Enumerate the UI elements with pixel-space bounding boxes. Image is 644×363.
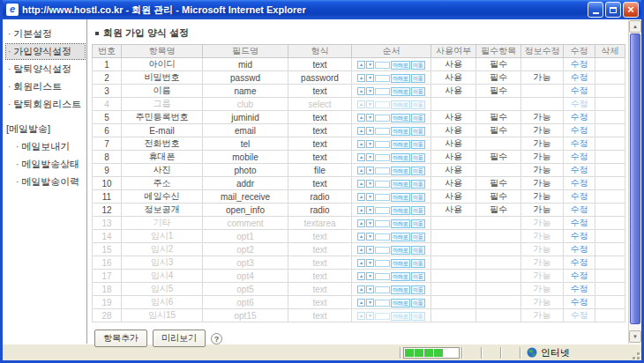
order-down-icon[interactable]: ▼ [366, 285, 374, 293]
order-move-button-2[interactable]: 이동 [411, 100, 425, 109]
order-move-button-1[interactable]: 아래로 [391, 233, 410, 241]
order-down-icon[interactable]: ▼ [366, 87, 374, 95]
edit-link[interactable]: 수정 [571, 85, 588, 95]
order-up-icon[interactable]: ▲ [357, 167, 365, 174]
order-input[interactable] [375, 260, 390, 267]
edit-link[interactable]: 수정 [571, 165, 588, 174]
edit-link[interactable]: 수정 [571, 99, 588, 108]
order-up-icon[interactable]: ▲ [357, 127, 365, 135]
order-down-icon[interactable]: ▼ [366, 219, 374, 227]
order-input[interactable] [375, 128, 390, 135]
sidebar-item-mail-send-status[interactable]: ·메일발송상태 [14, 157, 85, 172]
minimize-button[interactable] [588, 2, 603, 18]
edit-link[interactable]: 수정 [571, 138, 588, 148]
order-input[interactable] [375, 300, 390, 307]
order-up-icon[interactable]: ▲ [357, 272, 365, 280]
order-input[interactable] [375, 313, 390, 320]
order-input[interactable] [375, 167, 390, 174]
order-move-button-1[interactable]: 아래로 [391, 61, 410, 70]
order-input[interactable] [375, 62, 390, 69]
order-up-icon[interactable]: ▲ [357, 312, 365, 320]
order-move-button-1[interactable]: 아래로 [391, 285, 410, 294]
order-move-button-2[interactable]: 이동 [411, 285, 425, 294]
order-move-button-1[interactable]: 아래로 [391, 219, 410, 228]
order-move-button-1[interactable]: 아래로 [391, 299, 410, 307]
order-move-button-1[interactable]: 아래로 [391, 180, 410, 189]
order-move-button-2[interactable]: 이동 [411, 167, 425, 175]
edit-link[interactable]: 수정 [571, 72, 588, 82]
order-down-icon[interactable]: ▼ [366, 193, 374, 201]
edit-link[interactable]: 수정 [571, 152, 588, 161]
order-move-button-2[interactable]: 이동 [411, 180, 425, 189]
order-move-button-1[interactable]: 아래로 [391, 140, 410, 149]
edit-link[interactable]: 수정 [571, 204, 588, 214]
edit-link[interactable]: 수정 [571, 284, 588, 293]
order-up-icon[interactable]: ▲ [357, 140, 365, 148]
scroll-up-icon[interactable]: ▲ [629, 20, 641, 33]
order-move-button-2[interactable]: 이동 [411, 299, 425, 307]
order-move-button-2[interactable]: 이동 [411, 127, 425, 136]
sidebar-item-join-form-settings[interactable]: ·가입양식설정 [6, 44, 85, 59]
edit-link[interactable]: 수정 [571, 257, 588, 267]
order-move-button-2[interactable]: 이동 [411, 153, 425, 162]
order-up-icon[interactable]: ▲ [357, 100, 365, 108]
order-move-button-1[interactable]: 아래로 [391, 193, 410, 202]
order-down-icon[interactable]: ▼ [366, 180, 374, 188]
order-move-button-2[interactable]: 이동 [411, 140, 425, 149]
order-input[interactable] [375, 273, 390, 280]
order-up-icon[interactable]: ▲ [357, 285, 365, 293]
scrollbar-thumb[interactable] [630, 33, 640, 324]
order-move-button-1[interactable]: 아래로 [391, 153, 410, 162]
order-up-icon[interactable]: ▲ [357, 153, 365, 161]
order-move-button-1[interactable]: 아래로 [391, 114, 410, 122]
order-down-icon[interactable]: ▼ [366, 114, 374, 122]
order-down-icon[interactable]: ▼ [366, 100, 374, 108]
order-input[interactable] [375, 154, 390, 161]
order-move-button-2[interactable]: 이동 [411, 87, 425, 96]
edit-link[interactable]: 수정 [571, 218, 588, 227]
order-move-button-2[interactable]: 이동 [411, 259, 425, 268]
preview-button[interactable]: 미리보기 [153, 330, 206, 347]
resize-grip[interactable] [629, 344, 641, 361]
order-up-icon[interactable]: ▲ [357, 61, 365, 69]
order-up-icon[interactable]: ▲ [357, 233, 365, 241]
sidebar-item-withdrawn-member-list[interactable]: ·탈퇴회원리스트 [6, 97, 85, 112]
vertical-scrollbar[interactable]: ▲ ▼ [628, 19, 641, 344]
edit-link[interactable]: 수정 [571, 270, 588, 280]
order-down-icon[interactable]: ▼ [366, 127, 374, 135]
order-move-button-2[interactable]: 이동 [411, 61, 425, 70]
order-input[interactable] [375, 115, 390, 122]
order-down-icon[interactable]: ▼ [366, 61, 374, 69]
order-down-icon[interactable]: ▼ [366, 272, 374, 280]
order-move-button-2[interactable]: 이동 [411, 74, 425, 83]
order-up-icon[interactable]: ▲ [357, 193, 365, 201]
order-down-icon[interactable]: ▼ [366, 167, 374, 174]
order-input[interactable] [375, 75, 390, 82]
order-down-icon[interactable]: ▼ [366, 153, 374, 161]
order-input[interactable] [375, 141, 390, 148]
order-move-button-2[interactable]: 이동 [411, 206, 425, 215]
order-move-button-1[interactable]: 아래로 [391, 312, 410, 321]
maximize-button[interactable] [605, 2, 621, 18]
sidebar-item-withdraw-form-settings[interactable]: ·탈퇴양식설정 [6, 62, 85, 77]
order-move-button-1[interactable]: 아래로 [391, 272, 410, 281]
add-item-button[interactable]: 항목추가 [94, 330, 147, 347]
close-button[interactable]: × [623, 2, 639, 18]
order-move-button-2[interactable]: 이동 [411, 312, 425, 321]
order-input[interactable] [375, 220, 390, 227]
order-move-button-1[interactable]: 아래로 [391, 87, 410, 96]
edit-link[interactable]: 수정 [571, 191, 588, 201]
order-input[interactable] [375, 101, 390, 108]
order-down-icon[interactable]: ▼ [366, 74, 374, 82]
sidebar-item-basic-settings[interactable]: ·기본설정 [6, 26, 85, 41]
order-input[interactable] [375, 247, 390, 254]
order-move-button-2[interactable]: 이동 [411, 219, 425, 228]
sidebar-item-mail-send-history[interactable]: ·메일발송이력 [14, 174, 85, 189]
order-input[interactable] [375, 88, 390, 95]
order-input[interactable] [375, 233, 390, 241]
order-up-icon[interactable]: ▲ [357, 114, 365, 122]
edit-link[interactable]: 수정 [571, 178, 588, 188]
order-down-icon[interactable]: ▼ [366, 233, 374, 241]
order-up-icon[interactable]: ▲ [357, 87, 365, 95]
edit-link[interactable]: 수정 [571, 244, 588, 254]
